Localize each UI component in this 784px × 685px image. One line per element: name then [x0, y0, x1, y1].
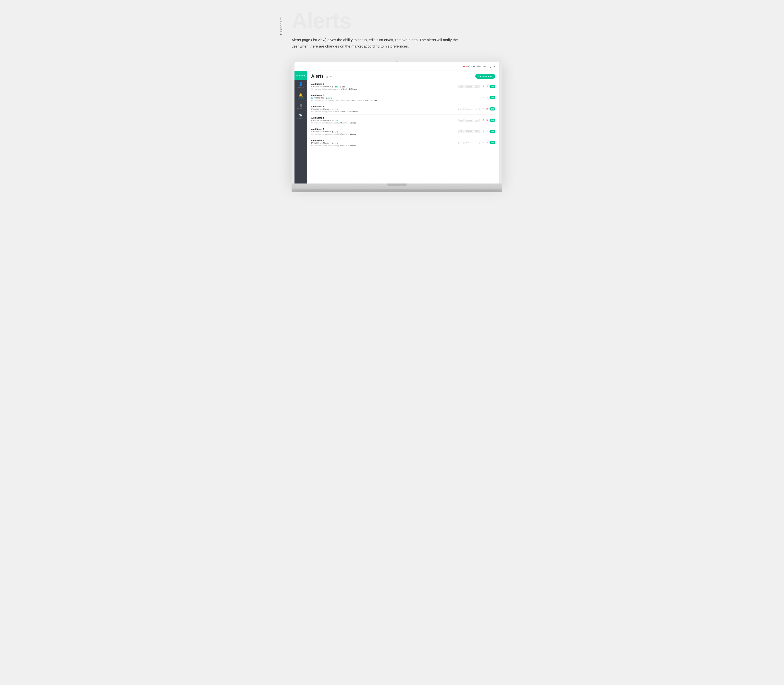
alert-params: BTC/USD and 48 more ▾ Σ↑ 10% — [311, 108, 456, 110]
alert-desc: Alert me when market cap increases by 10… — [311, 133, 456, 135]
alert-row: Alert Name 2 🌐 < 10000 USD $ ↑ 20% Alert… — [311, 92, 495, 103]
tag: Bitstamp — [464, 119, 472, 122]
alert-actions: ✎ ✕ ON — [483, 118, 496, 122]
delete-button[interactable]: ✕ — [486, 96, 488, 99]
alert-coin: BTC/USD and 48 more ▾ — [311, 120, 331, 122]
sidebar-item-alerts[interactable]: 🔔 ALERTS — [294, 90, 307, 101]
add-alert-button[interactable]: + ADD ALERT — [475, 74, 495, 79]
toggle-button[interactable]: ON — [490, 85, 496, 88]
list-view-icon[interactable] — [330, 74, 332, 79]
alert-desc: Alert me when trading volume increases b… — [311, 111, 456, 112]
alert-actions: ✎ ✕ ON — [483, 130, 496, 133]
toggle-button[interactable]: ON — [490, 118, 496, 122]
alert-desc: Alert me when the buy price increases by… — [311, 88, 456, 90]
sidebar-item-account[interactable]: 👤 ACCOUNT — [294, 80, 307, 90]
alert-row: Alert Name 4 BTC/USD and 48 more ▾ Σ↑ 10… — [311, 115, 495, 126]
activity-icon: ▦ — [299, 104, 302, 107]
alert-desc: Alert me when any currency with market c… — [311, 99, 477, 101]
delete-button[interactable]: ✕ — [486, 141, 488, 144]
alert-coin: BTC/USD and 48 more ▾ — [311, 86, 331, 88]
alert-params: BTC/USD and 48 more ▾ Σ↑ 10% — [311, 142, 456, 144]
delete-button[interactable]: ✕ — [486, 107, 488, 110]
alert-coin: BTC/USD and 48 more ▾ — [311, 142, 331, 144]
page-big-title: Alerts — [292, 10, 502, 32]
alert-info: Alert Name 3 BTC/USD and 48 more ▾ Σ↑ 10… — [311, 106, 456, 112]
tag: Bitstamp — [464, 130, 472, 133]
alerts-title: Alerts — [311, 74, 324, 79]
activity-label: ACTIVITY — [297, 107, 305, 109]
edit-button[interactable]: ✎ — [483, 96, 485, 99]
alerts-title-row: Alerts — [311, 74, 332, 79]
laptop-base — [292, 183, 502, 189]
toggle-button[interactable]: ON — [490, 130, 496, 133]
laptop-notch — [387, 183, 407, 186]
logout-button[interactable]: Log Out — [487, 65, 495, 68]
account-icon: 👤 — [299, 82, 303, 86]
laptop-body: Welcome, John Doe Log Out CoinSpy 👤 ACCO… — [292, 59, 502, 183]
alert-volume-change: Σ↑ 10% — [332, 109, 338, 110]
edit-button[interactable]: ✎ — [483, 85, 485, 88]
alert-desc: Alert me when market cap increases by 10… — [311, 144, 456, 146]
alert-actions: ✎ ✕ ON — [483, 85, 496, 88]
account-label: ACCOUNT — [297, 86, 305, 88]
alert-row: Alert Name 5 BTC/USD and 48 more ▾ Σ↑ 10… — [311, 137, 495, 148]
app-header: Welcome, John Doe Log Out — [294, 62, 499, 71]
tag: Bitstamp — [464, 141, 472, 144]
alerts-header: Alerts + ADD ALERT — [307, 71, 499, 81]
sidebar-logo: CoinSpy — [294, 71, 307, 80]
alert-price-change: $ ↑ 10% — [332, 86, 338, 88]
alert-params: BTC/USD and 48 more ▾ Σ↑ 10% — [311, 131, 456, 133]
alert-info: Alert Name 1 BTC/USD and 48 more ▾ $ ↑ 1… — [311, 83, 456, 90]
alert-params: BTC/USD and 48 more ▾ Σ↑ 10% — [311, 120, 456, 122]
alert-tags: Neo Bitstamp more — [458, 85, 479, 88]
alert-time: ⏱ 24 h — [340, 86, 346, 88]
sidebar-item-activity[interactable]: ▦ ACTIVITY — [294, 101, 307, 112]
edit-button[interactable]: ✎ — [483, 119, 485, 122]
delete-button[interactable]: ✕ — [486, 119, 488, 122]
alert-cap-change: Σ↑ 10% — [332, 142, 338, 144]
alerts-icon: 🔔 — [299, 93, 303, 97]
laptop-foot — [292, 189, 502, 192]
alert-name: Alert Name 5 — [311, 128, 456, 130]
alert-name: Alert Name 4 — [311, 117, 456, 119]
alert-filter: 🌐 < 10000 USD — [311, 97, 324, 99]
alert-info: Alert Name 5 BTC/USD and 48 more ▾ Σ↑ 10… — [311, 139, 456, 146]
laptop-mockup: Welcome, John Doe Log Out CoinSpy 👤 ACCO… — [292, 59, 502, 192]
tag: Bitstamp — [464, 85, 472, 88]
alert-tags: Neo Bitstamp more — [458, 141, 479, 144]
settings-icon: 📡 — [299, 114, 303, 117]
alert-row: Alert Name 1 BTC/USD and 48 more ▾ $ ↑ 1… — [311, 81, 495, 92]
alert-actions: ✎ ✕ ON — [483, 141, 496, 144]
tag: Neo — [458, 141, 464, 144]
welcome-text: Welcome, John Doe — [466, 65, 485, 68]
tag: Bitstamp — [464, 108, 472, 110]
toggle-button[interactable]: ON — [490, 96, 496, 99]
camera-dot — [396, 60, 398, 62]
alert-params: BTC/USD and 48 more ▾ $ ↑ 10% ⏱ 24 h — [311, 86, 456, 88]
edit-button[interactable]: ✎ — [483, 141, 485, 144]
page-wrapper: Dashboard Alerts Alerts page (list view)… — [282, 10, 502, 192]
sidebar: CoinSpy 👤 ACCOUNT 🔔 ALERTS ▦ — [294, 71, 307, 183]
toggle-button[interactable]: ON — [490, 107, 496, 110]
toggle-button[interactable]: ON — [490, 141, 496, 144]
alert-desc: Alert me when market cap increases by 10… — [311, 122, 456, 124]
edit-button[interactable]: ✎ — [483, 107, 485, 110]
alert-coin: BTC/USD and 48 more ▾ — [311, 108, 331, 110]
settings-label: SETTINGS — [297, 118, 305, 119]
alert-coin: BTC/USD and 48 more ▾ — [311, 131, 331, 133]
alerts-list: Alert Name 1 BTC/USD and 48 more ▾ $ ↑ 1… — [307, 81, 499, 148]
grid-view-icon[interactable] — [326, 74, 328, 79]
status-dot — [463, 66, 465, 67]
alert-actions: ✎ ✕ ON — [483, 96, 496, 99]
delete-button[interactable]: ✕ — [486, 130, 488, 133]
edit-button[interactable]: ✎ — [483, 130, 485, 133]
alert-tags: Neo Bitstamp more — [458, 108, 479, 110]
sidebar-item-settings[interactable]: 📡 SETTINGS — [294, 112, 307, 122]
tag: more — [474, 119, 480, 122]
alert-info: Alert Name 5 BTC/USD and 48 more ▾ Σ↑ 10… — [311, 128, 456, 135]
delete-button[interactable]: ✕ — [486, 85, 488, 88]
dashboard-label: Dashboard — [279, 17, 283, 35]
view-icons — [326, 74, 332, 79]
main-content: Alerts + ADD ALERT — [307, 71, 499, 183]
header-status: Welcome, John Doe — [463, 65, 485, 68]
